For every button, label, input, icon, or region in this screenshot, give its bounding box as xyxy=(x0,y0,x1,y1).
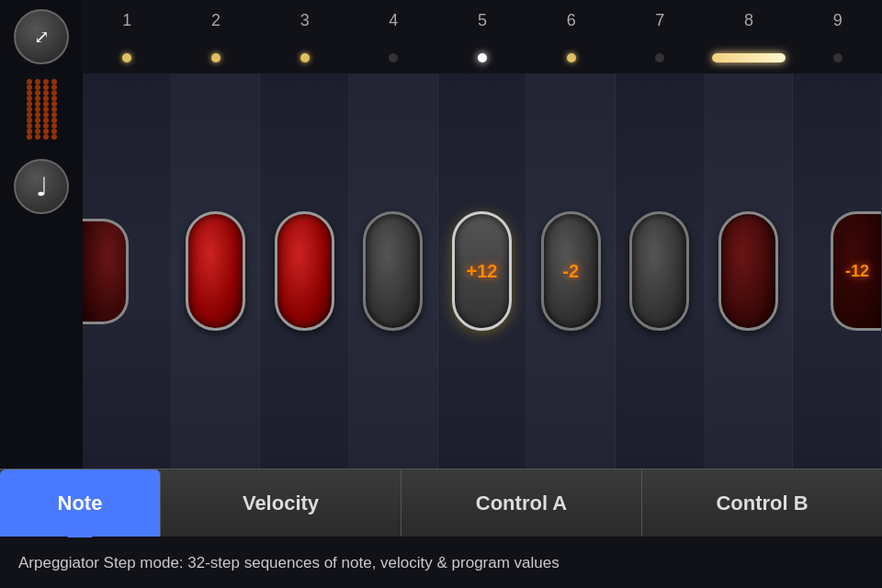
seq-col-2[interactable] xyxy=(172,74,261,469)
led-bar-8 xyxy=(712,53,786,62)
led-cell-7 xyxy=(616,53,705,62)
step-numbers-row: 1 2 3 4 5 6 7 8 9 xyxy=(83,0,882,41)
status-message: Arpeggiator Step mode: 32-step sequences… xyxy=(18,554,560,572)
tab-note-label: Note xyxy=(58,492,103,515)
step-pill-3[interactable] xyxy=(275,211,334,331)
dot-row xyxy=(4,134,79,140)
pill-partial-col9[interactable]: -12 xyxy=(831,211,881,331)
step-6-value: -2 xyxy=(562,261,579,282)
dot xyxy=(27,134,32,140)
pill-partial-col1[interactable] xyxy=(83,219,129,324)
step-number-2: 2 xyxy=(172,11,261,30)
music-note-icon: ♩ xyxy=(36,172,48,202)
dot xyxy=(43,134,49,140)
step-number-4: 4 xyxy=(349,11,438,30)
step-pill-7[interactable] xyxy=(629,211,689,331)
tab-velocity-label: Velocity xyxy=(243,492,319,515)
seq-col-7[interactable] xyxy=(616,74,705,469)
step-5-container: +12 xyxy=(452,211,512,331)
expand-icon: ⤢ xyxy=(34,26,50,48)
step-number-3: 3 xyxy=(260,11,349,30)
step-number-8: 8 xyxy=(705,11,794,30)
led-dot-9 xyxy=(833,53,842,62)
step-number-5: 5 xyxy=(438,11,527,30)
sidebar-top: ⤢ xyxy=(0,0,83,74)
seq-col-5[interactable]: +12 xyxy=(438,74,527,469)
tab-control-b[interactable]: Control B xyxy=(642,469,882,537)
seq-col-6[interactable]: -2 xyxy=(526,74,616,469)
step-9-value: -12 xyxy=(845,262,869,281)
step-number-6: 6 xyxy=(526,11,616,30)
led-cell-8 xyxy=(705,53,794,62)
led-dot-6 xyxy=(567,53,576,62)
dot xyxy=(51,134,57,140)
led-cell-9 xyxy=(793,53,882,62)
step-5-value: +12 xyxy=(467,261,498,282)
led-cell-1 xyxy=(83,53,172,62)
tab-bar: Note Velocity Control A Control B xyxy=(0,469,882,537)
led-dot-1 xyxy=(122,53,131,62)
status-bar: Arpeggiator Step mode: 32-step sequences… xyxy=(0,537,882,588)
tab-control-b-label: Control B xyxy=(716,492,808,515)
tab-velocity[interactable]: Velocity xyxy=(161,469,401,537)
app-container: ⤢ xyxy=(0,0,882,588)
seq-col-9[interactable]: -12 xyxy=(793,74,882,469)
led-dot-5 xyxy=(478,53,487,62)
seq-col-3[interactable] xyxy=(260,74,349,469)
led-indicator-row xyxy=(83,41,882,74)
dot xyxy=(35,134,40,140)
note-icon-button[interactable]: ♩ xyxy=(14,159,69,214)
led-dot-2 xyxy=(211,53,220,62)
tab-control-a[interactable]: Control A xyxy=(401,469,642,537)
sidebar-bottom: ♩ xyxy=(0,145,83,228)
led-dot-7 xyxy=(655,53,664,62)
step-pill-5[interactable]: +12 xyxy=(452,211,512,331)
led-dot-4 xyxy=(389,53,398,62)
step-number-7: 7 xyxy=(616,11,705,30)
led-cell-2 xyxy=(172,53,261,62)
seq-col-4[interactable] xyxy=(349,74,438,469)
expand-button[interactable]: ⤢ xyxy=(14,9,69,64)
led-cell-3 xyxy=(260,53,349,62)
seq-col-1[interactable] xyxy=(83,74,172,469)
step-number-1: 1 xyxy=(83,11,172,30)
dot-pattern-area xyxy=(0,74,83,145)
seq-col-8[interactable] xyxy=(705,74,794,469)
led-cell-4 xyxy=(349,53,438,62)
sequencer-main-area: +12 -2 -12 xyxy=(83,74,882,469)
step-pill-8[interactable] xyxy=(718,211,778,331)
tab-note[interactable]: Note xyxy=(0,469,161,537)
tab-control-a-label: Control A xyxy=(476,492,567,515)
led-cell-6 xyxy=(526,53,616,62)
step-pill-2[interactable] xyxy=(186,211,245,331)
led-dot-3 xyxy=(300,53,310,62)
led-cell-5 xyxy=(438,53,527,62)
step-pill-4[interactable] xyxy=(363,211,423,331)
step-pill-6[interactable]: -2 xyxy=(541,211,601,331)
step-number-9: 9 xyxy=(793,11,882,30)
